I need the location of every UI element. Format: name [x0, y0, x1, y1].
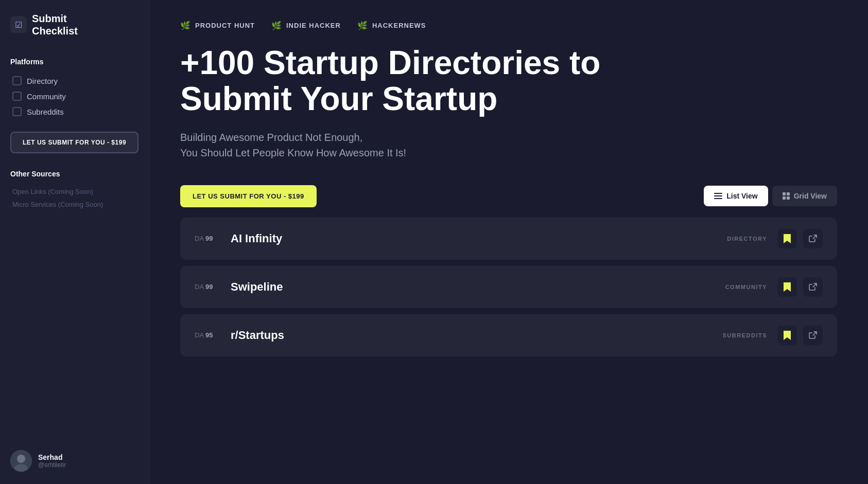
list-view-button[interactable]: List View: [704, 186, 768, 206]
main-submit-button[interactable]: LET US SUBMIT FOR YOU - $199: [180, 185, 317, 207]
user-info: Serhad @srhtiletir: [38, 453, 66, 469]
logo[interactable]: ☑ Submit Checklist: [10, 12, 138, 37]
bookmark-button-1[interactable]: [777, 277, 797, 297]
da-label-0: DA 99: [195, 235, 220, 242]
dir-item-left-2: DA 95 r/Startups: [195, 329, 284, 342]
user-handle: @srhtiletir: [38, 461, 66, 469]
sidebar-item-subreddits[interactable]: Subreddits: [10, 104, 138, 119]
badges-row: 🌿 PRODUCT HUNT 🌿 INDIE HACKER 🌿 HACKERNE…: [180, 21, 837, 30]
avatar: [10, 450, 32, 472]
sidebar-footer: Serhad @srhtiletir: [10, 442, 138, 472]
subreddits-checkbox[interactable]: [12, 107, 22, 116]
type-label-2: SUBREDDITS: [722, 332, 767, 338]
bookmark-button-2[interactable]: [777, 326, 797, 345]
dir-item-right-1: COMMUNITY: [725, 277, 823, 297]
dir-item-left-1: DA 99 Swipeline: [195, 280, 283, 294]
logo-text: Submit Checklist: [32, 12, 78, 37]
dir-name-2: r/Startups: [231, 329, 284, 342]
dir-item-right-0: DIRECTORY: [727, 229, 823, 248]
directory-item-0: DA 99 AI Infinity DIRECTORY: [180, 218, 837, 260]
indie-hacker-label: INDIE HACKER: [286, 22, 341, 29]
directory-item-2: DA 95 r/Startups SUBREDDITS: [180, 314, 837, 356]
grid-view-label: Grid View: [794, 192, 827, 200]
hackernews-label: HACKERNEWS: [372, 22, 426, 29]
svg-rect-5: [714, 198, 722, 199]
main-content: 🌿 PRODUCT HUNT 🌿 INDIE HACKER 🌿 HACKERNE…: [149, 0, 868, 484]
type-label-0: DIRECTORY: [727, 236, 767, 242]
type-label-1: COMMUNITY: [725, 284, 767, 290]
dir-name-0: AI Infinity: [231, 232, 282, 245]
svg-rect-7: [787, 192, 790, 195]
directory-item-1: DA 99 Swipeline COMMUNITY: [180, 266, 837, 308]
external-link-button-0[interactable]: [803, 229, 823, 248]
hero-subtitle: Building Awesome Product Not Enough, You…: [180, 130, 837, 160]
filter-row: LET US SUBMIT FOR YOU - $199 List View G…: [180, 185, 837, 207]
logo-icon: ☑: [10, 16, 27, 33]
directory-label: Directory: [27, 77, 58, 85]
svg-rect-4: [714, 195, 722, 196]
community-label: Community: [27, 92, 66, 101]
community-checkbox[interactable]: [12, 92, 22, 101]
bookmark-button-0[interactable]: [777, 229, 797, 248]
external-link-button-2[interactable]: [803, 326, 823, 345]
hero-title: +100 Startup Directories to Submit Your …: [180, 45, 644, 117]
user-name: Serhad: [38, 453, 66, 461]
product-hunt-label: PRODUCT HUNT: [195, 22, 255, 29]
indie-hacker-icon: 🌿: [271, 21, 282, 30]
badge-indie-hacker: 🌿 INDIE HACKER: [271, 21, 341, 30]
svg-rect-8: [783, 196, 786, 200]
svg-rect-6: [783, 192, 786, 195]
product-hunt-icon: 🌿: [180, 21, 191, 30]
svg-point-1: [17, 455, 25, 463]
micro-services-item: Micro Services (Coming Soon): [10, 198, 138, 211]
da-label-1: DA 99: [195, 283, 220, 291]
view-toggle: List View Grid View: [704, 186, 837, 206]
subreddits-label: Subreddits: [27, 107, 64, 116]
dir-item-right-2: SUBREDDITS: [722, 326, 823, 345]
external-link-button-1[interactable]: [803, 277, 823, 297]
svg-rect-9: [787, 196, 790, 200]
badge-product-hunt: 🌿 PRODUCT HUNT: [180, 21, 255, 30]
list-view-label: List View: [726, 192, 757, 200]
sidebar: ☑ Submit Checklist Platforms Directory C…: [0, 0, 149, 484]
sidebar-item-community[interactable]: Community: [10, 88, 138, 104]
da-label-2: DA 95: [195, 331, 220, 339]
open-links-item: Open Links (Coming Soon): [10, 185, 138, 198]
dir-item-left-0: DA 99 AI Infinity: [195, 232, 282, 245]
directory-checkbox[interactable]: [12, 76, 22, 85]
hackernews-icon: 🌿: [357, 21, 368, 30]
grid-view-button[interactable]: Grid View: [772, 186, 837, 206]
svg-rect-3: [714, 193, 722, 194]
sidebar-submit-button[interactable]: LET US SUBMIT FOR YOU - $199: [10, 132, 138, 153]
platforms-label: Platforms: [10, 58, 138, 66]
badge-hackernews: 🌿 HACKERNEWS: [357, 21, 426, 30]
other-sources-label: Other Sources: [10, 170, 138, 178]
dir-name-1: Swipeline: [231, 280, 283, 294]
sidebar-item-directory[interactable]: Directory: [10, 73, 138, 88]
